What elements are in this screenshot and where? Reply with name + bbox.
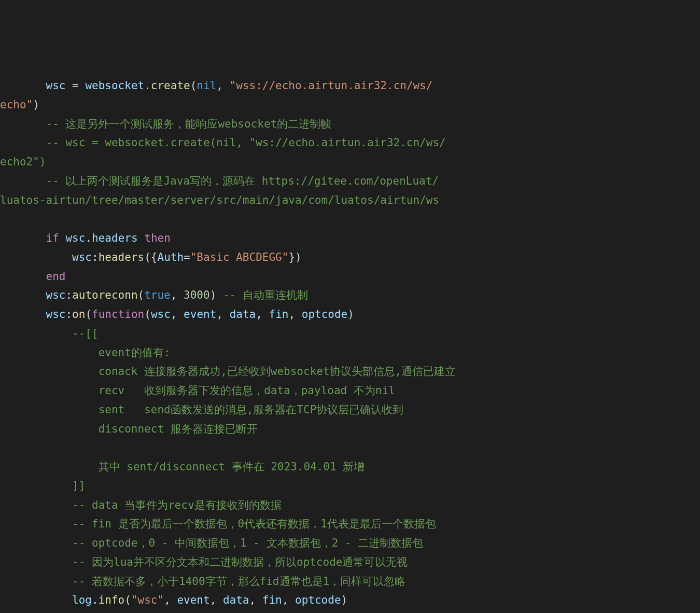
code-token: ( <box>85 308 92 321</box>
code-token: event <box>184 308 216 321</box>
code-token: ) <box>33 99 39 111</box>
code-token: headers <box>92 232 138 244</box>
code-token: conack 连接服务器成功,已经收到websocket协议头部信息,通信已建立 <box>0 365 456 378</box>
code-token: ( <box>190 79 197 92</box>
code-token: ( <box>144 308 151 321</box>
code-token: wsc <box>0 79 72 92</box>
code-token: data <box>223 594 249 606</box>
code-token <box>59 232 66 244</box>
code-token: websocket <box>85 79 144 92</box>
code-token: fin <box>262 594 282 606</box>
code-token: data <box>230 308 256 321</box>
code-token <box>0 289 46 301</box>
code-token: event <box>177 594 209 606</box>
code-token: , <box>171 289 184 301</box>
code-token: ( <box>124 594 131 606</box>
code-token: create <box>151 79 190 92</box>
code-token: ( <box>138 289 145 301</box>
code-token: : <box>65 308 72 321</box>
code-token: sent send函数发送的消息,服务器在TCP协议层已确认收到 <box>0 403 403 416</box>
code-token: ({ <box>144 251 157 263</box>
code-token: , <box>282 594 295 606</box>
code-token: . <box>144 79 151 92</box>
code-token: 3000 <box>184 289 210 301</box>
code-token: -- optcode，0 - 中间数据包，1 - 文本数据包，2 - 二进制数据… <box>0 537 423 549</box>
code-token: -- 以上两个测试服务是Java写的，源码在 https://gitee.com… <box>0 175 439 206</box>
code-token: headers <box>99 251 145 263</box>
code-token: = <box>184 251 190 263</box>
code-token: optcode <box>302 308 348 321</box>
code-token: wsc <box>151 308 171 321</box>
code-token: ) <box>341 594 348 606</box>
code-token: : <box>92 251 99 263</box>
code-token: ) <box>347 308 354 321</box>
code-block: wsc = websocket.create(nil, "wss://echo.… <box>0 76 700 610</box>
code-token: = <box>72 79 85 92</box>
code-token: , <box>216 79 229 92</box>
code-token: wsc <box>46 289 66 301</box>
code-token: wsc <box>46 308 66 321</box>
code-token: function <box>92 308 144 321</box>
code-token: , <box>216 308 229 321</box>
code-token: disconnect 服务器连接已断开 <box>0 423 258 435</box>
code-token: event的值有: <box>0 346 171 359</box>
code-token: info <box>99 594 125 606</box>
code-token: , <box>249 594 262 606</box>
code-token: true <box>144 289 171 301</box>
code-token: , <box>171 308 184 321</box>
code-token: , <box>288 308 301 321</box>
code-token <box>0 308 46 321</box>
code-token: -- 因为lua并不区分文本和二进制数据，所以optcode通常可以无视 <box>0 556 408 568</box>
code-token <box>0 594 72 606</box>
code-token: ]] <box>0 480 85 492</box>
code-token: 其中 sent/disconnect 事件在 2023.04.01 新增 <box>0 461 365 473</box>
code-token: . <box>92 594 99 606</box>
code-token: fin <box>269 308 289 321</box>
code-token: -- 自动重连机制 <box>223 289 308 301</box>
code-token: "Basic ABCDEGG" <box>190 251 289 263</box>
code-token: -- wsc = websocket.create(nil, "ws://ech… <box>0 136 446 168</box>
code-token: . <box>85 232 92 244</box>
code-token: wsc <box>65 232 85 244</box>
code-token <box>0 270 46 283</box>
code-token: : <box>65 289 72 301</box>
code-token: , <box>256 308 269 321</box>
code-token: optcode <box>295 594 341 606</box>
code-token: wsc <box>72 251 92 263</box>
code-token: -- fin 是否为最后一个数据包，0代表还有数据，1代表是最后一个数据包 <box>0 518 436 530</box>
code-token: }) <box>288 251 301 263</box>
code-token: then <box>144 232 171 244</box>
code-token: on <box>72 308 85 321</box>
code-token <box>138 232 145 244</box>
code-token: ) <box>210 289 223 301</box>
code-token: , <box>210 594 223 606</box>
code-token: end <box>46 270 66 283</box>
code-token: --[[ <box>0 327 99 340</box>
code-token: -- 若数据不多，小于1400字节，那么fid通常也是1，同样可以忽略 <box>0 575 405 588</box>
code-token: autoreconn <box>72 289 137 301</box>
code-token: recv 收到服务器下发的信息，data，payload 不为nil <box>0 384 395 397</box>
code-token: nil <box>197 79 216 92</box>
code-token <box>0 232 46 244</box>
code-token: log <box>72 594 92 606</box>
code-token: -- 这是另外一个测试服务，能响应websocket的二进制帧 <box>0 118 331 130</box>
code-token: "wsc" <box>131 594 164 606</box>
code-token <box>0 251 72 263</box>
code-token: Auth <box>157 251 184 263</box>
code-token: , <box>164 594 177 606</box>
code-token: if <box>46 232 59 244</box>
code-token: -- data 当事件为recv是有接收到的数据 <box>0 499 282 511</box>
